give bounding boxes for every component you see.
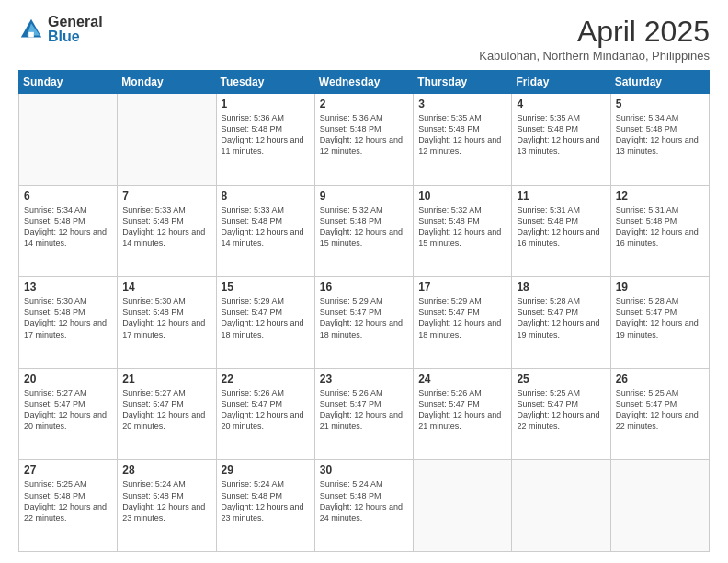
calendar-cell (512, 460, 610, 552)
day-info: Sunrise: 5:26 AMSunset: 5:47 PMDaylight:… (222, 387, 310, 432)
calendar-cell: 28Sunrise: 5:24 AMSunset: 5:48 PMDayligh… (118, 460, 216, 552)
day-number: 24 (418, 373, 506, 385)
day-number: 27 (24, 464, 112, 477)
logo-general: General (48, 15, 103, 29)
calendar-cell: 29Sunrise: 5:24 AMSunset: 5:48 PMDayligh… (216, 460, 314, 552)
calendar-cell (610, 460, 709, 552)
calendar-cell: 14Sunrise: 5:30 AMSunset: 5:48 PMDayligh… (118, 277, 216, 369)
day-info: Sunrise: 5:28 AMSunset: 5:47 PMDaylight:… (616, 295, 704, 340)
day-info: Sunrise: 5:35 AMSunset: 5:48 PMDaylight:… (517, 112, 605, 157)
calendar-cell: 27Sunrise: 5:25 AMSunset: 5:48 PMDayligh… (19, 460, 118, 552)
day-info: Sunrise: 5:24 AMSunset: 5:48 PMDaylight:… (320, 478, 408, 523)
page: General Blue April 2025 Kabulohan, North… (0, 0, 728, 563)
day-number: 7 (122, 190, 210, 202)
calendar-cell: 26Sunrise: 5:25 AMSunset: 5:47 PMDayligh… (610, 368, 709, 460)
day-number: 15 (222, 281, 310, 293)
logo-text: General Blue (48, 15, 103, 44)
day-number: 13 (24, 281, 112, 293)
calendar-week-3: 20Sunrise: 5:27 AMSunset: 5:47 PMDayligh… (19, 368, 710, 460)
header: General Blue April 2025 Kabulohan, North… (18, 15, 710, 63)
calendar-week-4: 27Sunrise: 5:25 AMSunset: 5:48 PMDayligh… (19, 460, 710, 552)
day-number: 30 (320, 464, 408, 477)
calendar-cell: 30Sunrise: 5:24 AMSunset: 5:48 PMDayligh… (314, 460, 413, 552)
calendar-cell: 5Sunrise: 5:34 AMSunset: 5:48 PMDaylight… (610, 94, 709, 186)
day-info: Sunrise: 5:26 AMSunset: 5:47 PMDaylight:… (320, 387, 408, 432)
calendar-cell: 25Sunrise: 5:25 AMSunset: 5:47 PMDayligh… (512, 368, 610, 460)
day-number: 22 (222, 373, 310, 385)
day-info: Sunrise: 5:30 AMSunset: 5:48 PMDaylight:… (122, 295, 210, 340)
logo: General Blue (18, 15, 103, 44)
day-info: Sunrise: 5:25 AMSunset: 5:47 PMDaylight:… (517, 387, 605, 432)
day-info: Sunrise: 5:25 AMSunset: 5:48 PMDaylight:… (24, 478, 112, 523)
calendar-cell: 23Sunrise: 5:26 AMSunset: 5:47 PMDayligh… (314, 368, 413, 460)
logo-blue: Blue (48, 29, 103, 44)
day-number: 10 (418, 190, 506, 202)
day-info: Sunrise: 5:32 AMSunset: 5:48 PMDaylight:… (418, 204, 506, 249)
calendar-cell: 16Sunrise: 5:29 AMSunset: 5:47 PMDayligh… (314, 277, 413, 369)
day-number: 12 (616, 190, 704, 202)
calendar-week-2: 13Sunrise: 5:30 AMSunset: 5:48 PMDayligh… (19, 277, 710, 369)
calendar-cell: 6Sunrise: 5:34 AMSunset: 5:48 PMDaylight… (19, 185, 118, 277)
calendar-cell: 10Sunrise: 5:32 AMSunset: 5:48 PMDayligh… (414, 185, 512, 277)
col-header-sunday: Sunday (19, 71, 118, 94)
day-number: 21 (122, 373, 210, 385)
day-number: 6 (24, 190, 112, 202)
day-info: Sunrise: 5:29 AMSunset: 5:47 PMDaylight:… (418, 295, 506, 340)
day-info: Sunrise: 5:33 AMSunset: 5:48 PMDaylight:… (122, 204, 210, 249)
calendar-cell: 15Sunrise: 5:29 AMSunset: 5:47 PMDayligh… (216, 277, 314, 369)
day-number: 19 (616, 281, 704, 293)
calendar-week-1: 6Sunrise: 5:34 AMSunset: 5:48 PMDaylight… (19, 185, 710, 277)
col-header-thursday: Thursday (414, 71, 512, 94)
day-number: 17 (418, 281, 506, 293)
day-number: 3 (418, 98, 506, 110)
calendar-cell: 7Sunrise: 5:33 AMSunset: 5:48 PMDaylight… (118, 185, 216, 277)
day-info: Sunrise: 5:29 AMSunset: 5:47 PMDaylight:… (320, 295, 408, 340)
calendar-cell: 17Sunrise: 5:29 AMSunset: 5:47 PMDayligh… (414, 277, 512, 369)
day-number: 5 (616, 98, 704, 110)
calendar-table: SundayMondayTuesdayWednesdayThursdayFrid… (18, 70, 710, 552)
title-block: April 2025 Kabulohan, Northern Mindanao,… (479, 15, 710, 63)
location: Kabulohan, Northern Mindanao, Philippine… (479, 49, 710, 63)
day-number: 25 (517, 373, 605, 385)
calendar-cell: 8Sunrise: 5:33 AMSunset: 5:48 PMDaylight… (216, 185, 314, 277)
day-info: Sunrise: 5:24 AMSunset: 5:48 PMDaylight:… (122, 478, 210, 523)
day-number: 20 (24, 373, 112, 385)
calendar-header-row: SundayMondayTuesdayWednesdayThursdayFrid… (19, 71, 710, 94)
calendar-cell (414, 460, 512, 552)
day-number: 16 (320, 281, 408, 293)
day-info: Sunrise: 5:24 AMSunset: 5:48 PMDaylight:… (222, 478, 310, 523)
calendar-cell: 4Sunrise: 5:35 AMSunset: 5:48 PMDaylight… (512, 94, 610, 186)
calendar-cell: 22Sunrise: 5:26 AMSunset: 5:47 PMDayligh… (216, 368, 314, 460)
day-number: 4 (517, 98, 605, 110)
day-number: 11 (517, 190, 605, 202)
day-info: Sunrise: 5:26 AMSunset: 5:47 PMDaylight:… (418, 387, 506, 432)
day-info: Sunrise: 5:34 AMSunset: 5:48 PMDaylight:… (616, 112, 704, 157)
day-number: 18 (517, 281, 605, 293)
logo-icon (18, 17, 44, 42)
calendar-cell: 13Sunrise: 5:30 AMSunset: 5:48 PMDayligh… (19, 277, 118, 369)
day-number: 26 (616, 373, 704, 385)
calendar-cell: 21Sunrise: 5:27 AMSunset: 5:47 PMDayligh… (118, 368, 216, 460)
calendar-cell: 3Sunrise: 5:35 AMSunset: 5:48 PMDaylight… (414, 94, 512, 186)
day-info: Sunrise: 5:29 AMSunset: 5:47 PMDaylight:… (222, 295, 310, 340)
calendar-cell: 9Sunrise: 5:32 AMSunset: 5:48 PMDaylight… (314, 185, 413, 277)
day-info: Sunrise: 5:31 AMSunset: 5:48 PMDaylight:… (517, 204, 605, 249)
calendar-cell (19, 94, 118, 186)
day-info: Sunrise: 5:32 AMSunset: 5:48 PMDaylight:… (320, 204, 408, 249)
day-info: Sunrise: 5:27 AMSunset: 5:47 PMDaylight:… (24, 387, 112, 432)
day-info: Sunrise: 5:36 AMSunset: 5:48 PMDaylight:… (222, 112, 310, 157)
day-number: 8 (222, 190, 310, 202)
calendar-cell: 24Sunrise: 5:26 AMSunset: 5:47 PMDayligh… (414, 368, 512, 460)
svg-rect-2 (28, 32, 34, 38)
col-header-friday: Friday (512, 71, 610, 94)
day-info: Sunrise: 5:30 AMSunset: 5:48 PMDaylight:… (24, 295, 112, 340)
calendar-cell: 20Sunrise: 5:27 AMSunset: 5:47 PMDayligh… (19, 368, 118, 460)
day-info: Sunrise: 5:25 AMSunset: 5:47 PMDaylight:… (616, 387, 704, 432)
day-info: Sunrise: 5:33 AMSunset: 5:48 PMDaylight:… (222, 204, 310, 249)
day-number: 29 (222, 464, 310, 477)
calendar-cell: 2Sunrise: 5:36 AMSunset: 5:48 PMDaylight… (314, 94, 413, 186)
calendar-cell: 1Sunrise: 5:36 AMSunset: 5:48 PMDaylight… (216, 94, 314, 186)
day-number: 2 (320, 98, 408, 110)
calendar-cell: 12Sunrise: 5:31 AMSunset: 5:48 PMDayligh… (610, 185, 709, 277)
month-title: April 2025 (479, 15, 710, 49)
